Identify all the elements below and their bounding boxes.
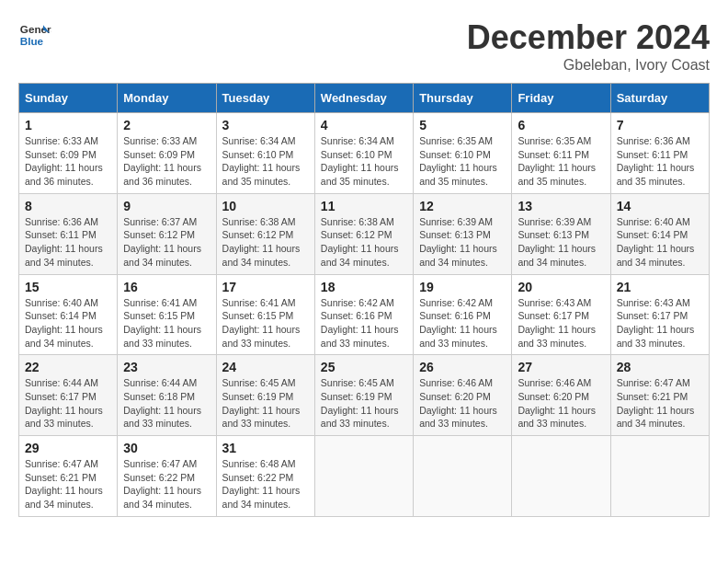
calendar-day-cell: 19 Sunrise: 6:42 AM Sunset: 6:16 PM Dayl… bbox=[414, 274, 512, 355]
day-number: 8 bbox=[25, 199, 111, 213]
calendar-day-cell: 30 Sunrise: 6:47 AM Sunset: 6:22 PM Dayl… bbox=[118, 436, 216, 517]
day-number: 28 bbox=[617, 360, 703, 374]
calendar-day-cell: 31 Sunrise: 6:48 AM Sunset: 6:22 PM Dayl… bbox=[216, 436, 314, 517]
day-info: Sunrise: 6:37 AM Sunset: 6:12 PM Dayligh… bbox=[123, 215, 210, 270]
day-info: Sunrise: 6:39 AM Sunset: 6:13 PM Dayligh… bbox=[518, 215, 604, 270]
calendar-week-row: 1 Sunrise: 6:33 AM Sunset: 6:09 PM Dayli… bbox=[19, 113, 710, 194]
calendar-day-cell: 25 Sunrise: 6:45 AM Sunset: 6:19 PM Dayl… bbox=[314, 355, 413, 436]
calendar-day-cell: 22 Sunrise: 6:44 AM Sunset: 6:17 PM Dayl… bbox=[19, 355, 118, 436]
col-wednesday: Wednesday bbox=[314, 84, 413, 113]
day-info: Sunrise: 6:40 AM Sunset: 6:14 PM Dayligh… bbox=[617, 215, 703, 270]
calendar-day-cell: 1 Sunrise: 6:33 AM Sunset: 6:09 PM Dayli… bbox=[19, 113, 118, 194]
calendar-day-cell: 11 Sunrise: 6:38 AM Sunset: 6:12 PM Dayl… bbox=[314, 193, 413, 274]
calendar-day-cell: 14 Sunrise: 6:40 AM Sunset: 6:14 PM Dayl… bbox=[610, 193, 709, 274]
col-sunday: Sunday bbox=[19, 84, 118, 113]
day-number: 21 bbox=[617, 280, 703, 294]
day-info: Sunrise: 6:44 AM Sunset: 6:18 PM Dayligh… bbox=[123, 376, 210, 431]
day-info: Sunrise: 6:41 AM Sunset: 6:15 PM Dayligh… bbox=[222, 296, 309, 350]
calendar-empty-cell bbox=[314, 436, 413, 517]
calendar-empty-cell bbox=[610, 436, 709, 517]
calendar-day-cell: 3 Sunrise: 6:34 AM Sunset: 6:10 PM Dayli… bbox=[216, 113, 314, 194]
calendar-week-row: 29 Sunrise: 6:47 AM Sunset: 6:21 PM Dayl… bbox=[19, 436, 710, 517]
day-info: Sunrise: 6:36 AM Sunset: 6:11 PM Dayligh… bbox=[25, 215, 111, 270]
day-info: Sunrise: 6:42 AM Sunset: 6:16 PM Dayligh… bbox=[419, 296, 506, 350]
day-info: Sunrise: 6:47 AM Sunset: 6:22 PM Dayligh… bbox=[123, 457, 210, 511]
calendar-day-cell: 20 Sunrise: 6:43 AM Sunset: 6:17 PM Dayl… bbox=[512, 274, 610, 355]
logo: General Blue bbox=[18, 18, 51, 52]
day-info: Sunrise: 6:41 AM Sunset: 6:15 PM Dayligh… bbox=[123, 296, 210, 350]
calendar-day-cell: 29 Sunrise: 6:47 AM Sunset: 6:21 PM Dayl… bbox=[19, 436, 118, 517]
calendar-day-cell: 9 Sunrise: 6:37 AM Sunset: 6:12 PM Dayli… bbox=[118, 193, 216, 274]
day-number: 11 bbox=[321, 199, 407, 213]
svg-text:Blue: Blue bbox=[20, 35, 44, 47]
day-info: Sunrise: 6:47 AM Sunset: 6:21 PM Dayligh… bbox=[617, 376, 703, 431]
calendar-day-cell: 6 Sunrise: 6:35 AM Sunset: 6:11 PM Dayli… bbox=[512, 113, 610, 194]
calendar-day-cell: 13 Sunrise: 6:39 AM Sunset: 6:13 PM Dayl… bbox=[512, 193, 610, 274]
day-info: Sunrise: 6:34 AM Sunset: 6:10 PM Dayligh… bbox=[321, 134, 407, 189]
day-number: 29 bbox=[25, 441, 111, 455]
day-info: Sunrise: 6:36 AM Sunset: 6:11 PM Dayligh… bbox=[617, 134, 703, 189]
col-friday: Friday bbox=[512, 84, 610, 113]
day-info: Sunrise: 6:45 AM Sunset: 6:19 PM Dayligh… bbox=[222, 376, 309, 431]
day-number: 13 bbox=[518, 199, 604, 213]
day-number: 20 bbox=[518, 280, 604, 294]
col-monday: Monday bbox=[118, 84, 216, 113]
day-number: 14 bbox=[617, 199, 703, 213]
day-number: 1 bbox=[25, 118, 111, 132]
calendar-day-cell: 5 Sunrise: 6:35 AM Sunset: 6:10 PM Dayli… bbox=[414, 113, 512, 194]
day-info: Sunrise: 6:38 AM Sunset: 6:12 PM Dayligh… bbox=[222, 215, 309, 270]
calendar-day-cell: 27 Sunrise: 6:46 AM Sunset: 6:20 PM Dayl… bbox=[512, 355, 610, 436]
day-number: 18 bbox=[321, 280, 407, 294]
day-number: 17 bbox=[222, 280, 309, 294]
day-number: 24 bbox=[222, 360, 309, 374]
calendar-day-cell: 21 Sunrise: 6:43 AM Sunset: 6:17 PM Dayl… bbox=[610, 274, 709, 355]
day-info: Sunrise: 6:42 AM Sunset: 6:16 PM Dayligh… bbox=[321, 296, 407, 350]
day-number: 27 bbox=[518, 360, 604, 374]
title-area: December 2024 Gbeleban, Ivory Coast bbox=[467, 18, 710, 74]
day-number: 19 bbox=[419, 280, 506, 294]
day-number: 30 bbox=[123, 441, 210, 455]
day-number: 12 bbox=[419, 199, 506, 213]
day-info: Sunrise: 6:46 AM Sunset: 6:20 PM Dayligh… bbox=[419, 376, 506, 431]
day-info: Sunrise: 6:39 AM Sunset: 6:13 PM Dayligh… bbox=[419, 215, 506, 270]
day-number: 5 bbox=[419, 118, 506, 132]
calendar-day-cell: 12 Sunrise: 6:39 AM Sunset: 6:13 PM Dayl… bbox=[414, 193, 512, 274]
calendar-day-cell: 7 Sunrise: 6:36 AM Sunset: 6:11 PM Dayli… bbox=[610, 113, 709, 194]
day-number: 15 bbox=[25, 280, 111, 294]
day-number: 10 bbox=[222, 199, 309, 213]
day-number: 2 bbox=[123, 118, 210, 132]
day-number: 22 bbox=[25, 360, 111, 374]
day-info: Sunrise: 6:33 AM Sunset: 6:09 PM Dayligh… bbox=[123, 134, 210, 189]
calendar-header-row: Sunday Monday Tuesday Wednesday Thursday… bbox=[19, 84, 710, 113]
svg-text:General: General bbox=[20, 23, 51, 35]
calendar-week-row: 15 Sunrise: 6:40 AM Sunset: 6:14 PM Dayl… bbox=[19, 274, 710, 355]
day-number: 3 bbox=[222, 118, 309, 132]
day-info: Sunrise: 6:44 AM Sunset: 6:17 PM Dayligh… bbox=[25, 376, 111, 431]
day-number: 25 bbox=[321, 360, 407, 374]
calendar-table: Sunday Monday Tuesday Wednesday Thursday… bbox=[18, 83, 710, 517]
day-info: Sunrise: 6:47 AM Sunset: 6:21 PM Dayligh… bbox=[25, 457, 111, 511]
page-subtitle: Gbeleban, Ivory Coast bbox=[467, 57, 710, 74]
day-info: Sunrise: 6:40 AM Sunset: 6:14 PM Dayligh… bbox=[25, 296, 111, 350]
calendar-day-cell: 4 Sunrise: 6:34 AM Sunset: 6:10 PM Dayli… bbox=[314, 113, 413, 194]
day-info: Sunrise: 6:43 AM Sunset: 6:17 PM Dayligh… bbox=[518, 296, 604, 350]
day-number: 16 bbox=[123, 280, 210, 294]
calendar-week-row: 22 Sunrise: 6:44 AM Sunset: 6:17 PM Dayl… bbox=[19, 355, 710, 436]
col-thursday: Thursday bbox=[414, 84, 512, 113]
day-number: 9 bbox=[123, 199, 210, 213]
calendar-day-cell: 8 Sunrise: 6:36 AM Sunset: 6:11 PM Dayli… bbox=[19, 193, 118, 274]
calendar-empty-cell bbox=[512, 436, 610, 517]
day-number: 31 bbox=[222, 441, 309, 455]
col-saturday: Saturday bbox=[610, 84, 709, 113]
day-info: Sunrise: 6:38 AM Sunset: 6:12 PM Dayligh… bbox=[321, 215, 407, 270]
calendar-day-cell: 2 Sunrise: 6:33 AM Sunset: 6:09 PM Dayli… bbox=[118, 113, 216, 194]
day-number: 7 bbox=[617, 118, 703, 132]
day-info: Sunrise: 6:43 AM Sunset: 6:17 PM Dayligh… bbox=[617, 296, 703, 350]
day-number: 23 bbox=[123, 360, 210, 374]
calendar-day-cell: 15 Sunrise: 6:40 AM Sunset: 6:14 PM Dayl… bbox=[19, 274, 118, 355]
logo-icon: General Blue bbox=[18, 18, 51, 52]
calendar-empty-cell bbox=[414, 436, 512, 517]
day-info: Sunrise: 6:34 AM Sunset: 6:10 PM Dayligh… bbox=[222, 134, 309, 189]
calendar-day-cell: 16 Sunrise: 6:41 AM Sunset: 6:15 PM Dayl… bbox=[118, 274, 216, 355]
calendar-day-cell: 23 Sunrise: 6:44 AM Sunset: 6:18 PM Dayl… bbox=[118, 355, 216, 436]
